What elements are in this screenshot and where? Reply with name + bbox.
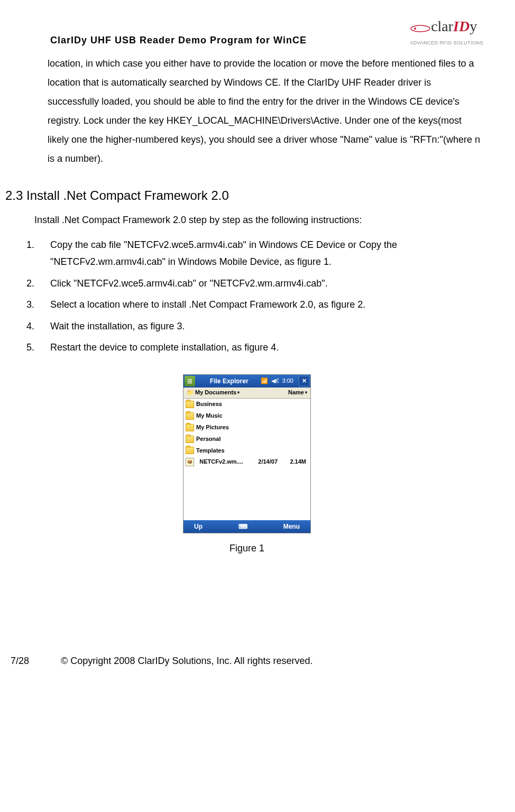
- logo-part3: y: [470, 18, 477, 34]
- copyright-text: © Copyright 2008 ClarIDy Solutions, Inc.…: [61, 652, 312, 669]
- file-name: My Pictures: [196, 422, 229, 433]
- location-label: My Documents: [195, 387, 236, 398]
- start-button[interactable]: ⊞: [185, 376, 195, 386]
- item-number: 4.: [24, 318, 50, 335]
- folder-icon: [186, 401, 194, 408]
- folder-row[interactable]: Business: [183, 399, 310, 410]
- item-number: 2.: [24, 275, 50, 292]
- signal-icon: 📶: [261, 376, 268, 386]
- item-text: Select a location where to install .Net …: [50, 296, 489, 313]
- logo-subtitle: ADVANCED RFID SOLUTIONS: [410, 39, 483, 47]
- speaker-icon: ◀€: [271, 376, 279, 386]
- logo: clarIDy ADVANCED RFID SOLUTIONS: [410, 13, 483, 48]
- chevron-down-icon: ▾: [237, 389, 240, 396]
- window-title: File Explorer: [197, 376, 261, 387]
- numbered-list: 1. Copy the cab file "NETCFv2.wce5.armv4…: [24, 236, 489, 356]
- swoosh-icon: [410, 23, 431, 34]
- page-footer: 7/28 © Copyright 2008 ClarIDy Solutions,…: [5, 652, 489, 669]
- file-name: My Music: [196, 411, 223, 421]
- body-paragraph: location, in which case you either have …: [48, 54, 483, 168]
- windows-flag-icon: ⊞: [187, 376, 192, 387]
- wince-window: ⊞ File Explorer 📶 ◀€ 3:00 ✕ 📁 My Documen…: [183, 374, 311, 533]
- keyboard-icon[interactable]: ⌨: [238, 521, 247, 533]
- list-item: 3. Select a location where to install .N…: [24, 296, 489, 313]
- list-item: 1. Copy the cab file "NETCFv2.wce5.armv4…: [24, 236, 489, 271]
- logo-part2: ID: [453, 18, 470, 34]
- sort-dropdown[interactable]: Name ▾: [288, 387, 307, 398]
- folder-row[interactable]: My Pictures: [183, 422, 310, 433]
- item-number: 1.: [24, 236, 50, 271]
- file-date: 2/14/07: [249, 457, 278, 467]
- logo-part1: clar: [431, 18, 453, 34]
- up-button[interactable]: Up: [194, 521, 203, 533]
- folder-icon: 📁: [187, 387, 194, 398]
- page-header: ClarIDy UHF USB Reader Demo Program for …: [5, 11, 489, 49]
- close-button[interactable]: ✕: [299, 376, 309, 386]
- file-size: 2.14M: [280, 457, 308, 467]
- folder-icon: [186, 436, 194, 443]
- item-number: 5.: [24, 339, 50, 356]
- chevron-down-icon: ▾: [305, 389, 307, 396]
- list-item: 5. Restart the device to complete instal…: [24, 339, 489, 356]
- header-title: ClarIDy UHF USB Reader Demo Program for …: [50, 32, 307, 49]
- menu-button[interactable]: Menu: [283, 521, 300, 533]
- folder-icon: [186, 412, 194, 420]
- status-icons: 📶 ◀€ 3:00 ✕: [261, 376, 309, 386]
- figure-container: ⊞ File Explorer 📶 ◀€ 3:00 ✕ 📁 My Documen…: [5, 374, 489, 557]
- folder-icon: [186, 424, 194, 431]
- sort-label: Name: [288, 387, 304, 398]
- svg-point-0: [411, 25, 430, 32]
- section-intro: Install .Net Compact Framework 2.0 step …: [34, 211, 489, 228]
- cab-file-icon: 📦: [186, 458, 194, 466]
- folder-row[interactable]: Personal: [183, 433, 310, 445]
- file-name: Business: [196, 399, 222, 410]
- section-heading: 2.3 Install .Net Compact Framework 2.0: [5, 184, 489, 207]
- item-number: 3.: [24, 296, 50, 313]
- figure-caption: Figure 1: [5, 540, 489, 557]
- page-number: 7/28: [11, 652, 29, 669]
- list-item: 2. Click "NETCFv2.wce5.armv4i.cab" or "N…: [24, 275, 489, 292]
- file-name: Personal: [196, 434, 220, 445]
- clock-time: 3:00: [282, 376, 293, 386]
- item-text: Click "NETCFv2.wce5.armv4i.cab" or "NETC…: [50, 275, 489, 292]
- file-list: Business My Music My Pictures Personal T…: [183, 399, 310, 520]
- svg-point-1: [414, 27, 416, 30]
- folder-row[interactable]: Templates: [183, 445, 310, 457]
- titlebar: ⊞ File Explorer 📶 ◀€ 3:00 ✕: [183, 375, 310, 387]
- item-text: Restart the device to complete installat…: [50, 339, 489, 356]
- folder-icon: [186, 447, 194, 454]
- bottom-bar: Up ⌨ Menu: [183, 520, 310, 533]
- list-item: 4. Wait the installation, as figure 3.: [24, 318, 489, 335]
- location-dropdown[interactable]: 📁 My Documents ▾: [187, 387, 240, 398]
- file-name: NETCFv2.wm....: [196, 457, 246, 467]
- item-text: Copy the cab file "NETCFv2.wce5.armv4i.c…: [50, 236, 489, 271]
- item-text: Wait the installation, as figure 3.: [50, 318, 489, 335]
- file-name: Templates: [196, 446, 225, 456]
- file-row[interactable]: 📦 NETCFv2.wm.... 2/14/07 2.14M: [183, 456, 310, 468]
- folder-row[interactable]: My Music: [183, 410, 310, 422]
- toolbar: 📁 My Documents ▾ Name ▾: [183, 387, 310, 399]
